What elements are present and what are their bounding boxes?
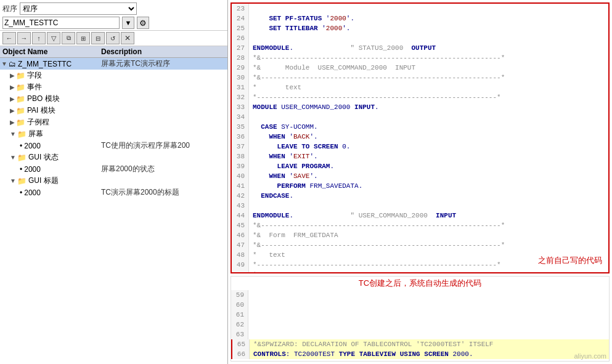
- line-content: CASE SY-UCOMM.: [249, 122, 318, 132]
- line-number: 40: [232, 171, 249, 181]
- line-number: 45: [232, 220, 249, 230]
- tree-item-screen-folder[interactable]: ▼ 📁 屏幕: [0, 128, 227, 140]
- code-line: 39 LEAVE PROGRAM.: [232, 161, 608, 171]
- tree-item-gui-title-2000-desc: TC演示屏幕2000的标题: [99, 187, 227, 198]
- tree-item-name: Z_MM_TESTTC: [18, 60, 71, 68]
- line-number: 32: [232, 92, 249, 102]
- line-number: 25: [232, 23, 249, 33]
- program-name-input[interactable]: [2, 17, 120, 29]
- tree-body: ▼ 🗂 Z_MM_TESTTC 屏幕元素TC演示程序 ▶ 📁 字段 ▶ 📁 事件: [0, 58, 227, 364]
- line-content: WHEN 'BACK'.: [249, 132, 318, 142]
- code-line: 38 WHEN 'EXIT'.: [232, 152, 608, 161]
- line-content: *&--------------------------------------…: [249, 53, 505, 63]
- tree-item-pai[interactable]: ▶ 📁 PAI 模块: [0, 105, 227, 116]
- code-area-top[interactable]: 2324 SET PF-STATUS '2000'.25 SET TITLEBA…: [232, 4, 608, 272]
- line-content: SET PF-STATUS '2000'.: [249, 14, 354, 23]
- code-line: 30*&------------------------------------…: [232, 73, 608, 83]
- code-line: 41 PERFORM FRM_SAVEDATA.: [232, 181, 608, 191]
- nav-close-btn[interactable]: ✕: [121, 32, 134, 44]
- line-content: CONTROLS: TC2000TEST TYPE TABLEVIEW USIN…: [250, 349, 473, 359]
- nav-filter-btn[interactable]: ▽: [47, 32, 60, 44]
- line-number: 29: [232, 63, 249, 73]
- line-number: 38: [232, 152, 249, 161]
- line-content: WHEN 'EXIT'.: [249, 152, 318, 161]
- nav-forward-btn[interactable]: →: [17, 32, 31, 44]
- line-number: 66: [232, 349, 250, 359]
- nav-copy-btn[interactable]: ⧉: [62, 32, 75, 44]
- line-content: * --> p1 text: [249, 270, 330, 272]
- line-content: ENDMODULE. " STATUS_2000 OUTPUT: [249, 43, 436, 53]
- line-number: 43: [232, 201, 249, 211]
- code-line: 60: [231, 300, 609, 310]
- toggle-gui-title: ▼: [10, 177, 16, 184]
- code-line: 47*&------------------------------------…: [232, 240, 608, 250]
- program-type-select[interactable]: 程序: [20, 2, 137, 15]
- line-content: WHEN 'SAVE'.: [249, 171, 318, 181]
- code-line: 63: [231, 330, 609, 339]
- code-line: 33MODULE USER_COMMAND_2000 INPUT.: [232, 102, 608, 112]
- toggle-root: ▼: [1, 60, 7, 67]
- tree-item-events[interactable]: ▶ 📁 事件: [0, 81, 227, 93]
- nav-expand-btn[interactable]: ⊟: [91, 32, 105, 44]
- toolbar-row: 程序 程序 ▼ ⚙: [0, 0, 227, 31]
- tree-item-gui-status-2000[interactable]: • 2000 屏幕2000的状态: [0, 163, 227, 175]
- tree-item-gui-title-2000[interactable]: • 2000 TC演示屏幕2000的标题: [0, 187, 227, 198]
- nav-back-btn[interactable]: ←: [2, 32, 16, 44]
- line-number: 24: [232, 14, 249, 23]
- line-number: 63: [231, 330, 248, 339]
- line-content: MODULE USER_COMMAND_2000 INPUT.: [249, 102, 379, 112]
- code-line: 65*&SPWIZARD: DECLARATION OF TABLECONTRO…: [231, 339, 609, 349]
- toggle-gui-status: ▼: [10, 154, 16, 161]
- tree-item-root[interactable]: ▼ 🗂 Z_MM_TESTTC 屏幕元素TC演示程序: [0, 58, 227, 70]
- tree-header: Object Name Description: [0, 46, 227, 58]
- code-line: 42 ENDCASE.: [232, 191, 608, 201]
- line-number: 50: [232, 270, 249, 272]
- tree-item-subroutine[interactable]: ▶ 📁 子例程: [0, 116, 227, 128]
- toggle-pbo: ▶: [10, 95, 15, 102]
- code-line: 27ENDMODULE. " STATUS_2000 OUTPUT: [232, 43, 608, 53]
- line-content: *& Module USER_COMMAND_2000 INPUT: [249, 63, 415, 73]
- dropdown-arrow-btn[interactable]: ▼: [122, 17, 134, 29]
- tree-item-gui-title-folder[interactable]: ▼ 📁 GUI 标题: [0, 175, 227, 187]
- tree-item-screen-2000[interactable]: • 2000 TC使用的演示程序屏幕200: [0, 140, 227, 152]
- nav-up-btn[interactable]: ↑: [32, 32, 46, 44]
- code-line: 46*& Form FRM_GETDATA: [232, 230, 608, 240]
- tree-item-name: 子例程: [27, 117, 49, 127]
- line-content: *---------------------------------------…: [249, 260, 501, 270]
- tree-item-name: PBO 模块: [27, 94, 60, 104]
- line-content: * text: [249, 83, 301, 92]
- settings-btn[interactable]: ⚙: [137, 17, 149, 29]
- tree-item-gui-status-folder[interactable]: ▼ 📁 GUI 状态: [0, 152, 227, 163]
- code-section-bottom: TC创建之后，系统自动生成的代码 596061626365*&SPWIZARD:…: [231, 276, 610, 362]
- code-line: 32*-------------------------------------…: [232, 92, 608, 102]
- nav-row: ← → ↑ ▽ ⧉ ⊞ ⊟ ↺ ✕: [0, 31, 227, 46]
- line-number: 39: [232, 161, 249, 171]
- line-number: 37: [232, 142, 249, 152]
- tree-item-name: 2000: [24, 188, 41, 197]
- line-number: 65: [232, 339, 250, 349]
- section-label-bottom: TC创建之后，系统自动生成的代码: [231, 277, 609, 290]
- line-number: 33: [232, 102, 249, 112]
- tree-item-name: 事件: [27, 82, 42, 92]
- line-content: * text: [249, 250, 285, 260]
- line-content: *&--------------------------------------…: [249, 73, 505, 83]
- code-line: 35 CASE SY-UCOMM.: [232, 122, 608, 132]
- code-line: 43: [232, 201, 608, 211]
- col-name-header: Object Name: [2, 47, 101, 56]
- nav-grid-btn[interactable]: ⊞: [76, 32, 90, 44]
- line-number: 27: [232, 43, 249, 53]
- left-panel: 程序 程序 ▼ ⚙ ← → ↑ ▽ ⧉ ⊞ ⊟ ↺ ✕ Object Name …: [0, 0, 228, 364]
- code-line: 45*&------------------------------------…: [232, 220, 608, 230]
- line-number: 48: [232, 250, 249, 260]
- code-line: 34: [232, 112, 608, 122]
- tree-item-screen-2000-desc: TC使用的演示程序屏幕200: [99, 140, 227, 151]
- line-number: 35: [232, 122, 249, 132]
- tree-item-fields[interactable]: ▶ 📁 字段: [0, 70, 227, 81]
- tree-item-pbo[interactable]: ▶ 📁 PBO 模块: [0, 93, 227, 105]
- code-line: 44ENDMODULE. " USER_COMMAND_2000 INPUT: [232, 211, 608, 220]
- code-area-bottom[interactable]: 596061626365*&SPWIZARD: DECLARATION OF T…: [231, 290, 609, 360]
- tree-item-name: 2000: [24, 142, 41, 150]
- line-content: SET TITLEBAR '2000'.: [249, 23, 350, 33]
- nav-refresh-btn[interactable]: ↺: [106, 32, 120, 44]
- line-content: LEAVE TO SCREEN 0.: [249, 142, 350, 152]
